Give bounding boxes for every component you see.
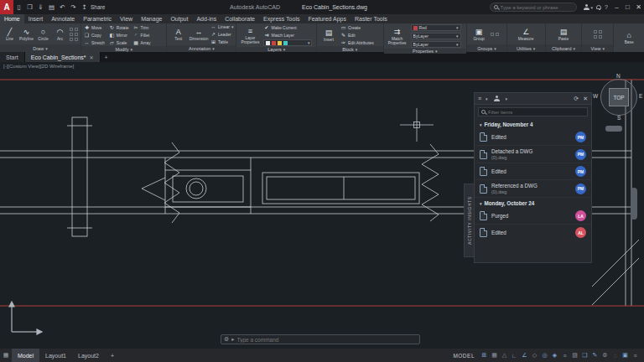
activity-entry[interactable]: Edited PM (475, 163, 591, 180)
activity-entry[interactable]: Edited PM (475, 129, 591, 146)
fillet-button[interactable]: ◜Fillet (133, 32, 151, 38)
activity-entry[interactable]: Referenced a DWG (0).dwg PM (475, 180, 591, 198)
autocad-logo-icon[interactable]: A (0, 0, 13, 14)
panel-label-annotation[interactable]: Annotation (167, 45, 236, 52)
mirror-button[interactable]: ◧Mirror (109, 32, 129, 38)
command-line[interactable]: ⚙ ▸ (221, 334, 420, 344)
ribbon-tab-annotate[interactable]: Annotate (47, 14, 79, 23)
share-icon[interactable]: ↥ (79, 3, 90, 11)
model-space-label[interactable]: MODEL (453, 353, 475, 359)
quick-view-layouts-icon[interactable]: ▦ (0, 352, 12, 359)
avatar[interactable]: AL (575, 227, 586, 238)
date-group-header[interactable]: Friday, November 4 (475, 119, 591, 129)
new-file-icon[interactable]: ▯ (13, 3, 24, 11)
polar-tracking-icon[interactable]: ∠ (520, 352, 529, 359)
polyline-button[interactable]: ∿ Polyline (19, 28, 34, 41)
infer-constraints-icon[interactable]: △ (500, 352, 509, 359)
ribbon-tab-featured-apps[interactable]: Featured Apps (304, 14, 351, 23)
text-button[interactable]: A Text (169, 28, 187, 41)
arc-button[interactable]: ◠ Arc (53, 28, 67, 41)
new-layout-button[interactable]: + (105, 349, 120, 362)
insert-button[interactable]: ▤ Insert (319, 28, 338, 42)
object-snap-icon[interactable]: ◈ (550, 352, 559, 359)
ribbon-tab-home[interactable]: Home (0, 14, 24, 23)
dimension-button[interactable]: ↔ Dimension (190, 28, 208, 41)
edit-attributes-button[interactable]: ✑Edit Attributes (340, 39, 374, 45)
navigation-bar[interactable] (605, 126, 622, 132)
avatar[interactable]: PM (575, 149, 586, 160)
line-button[interactable]: ╱ Line (3, 28, 17, 41)
rotate-button[interactable]: ↻Rotate (109, 24, 129, 30)
clean-screen-icon[interactable]: ▣ (621, 352, 630, 359)
match-properties-button[interactable]: ⇉ Match Properties (387, 28, 408, 45)
copy-button[interactable]: ❏Copy (84, 32, 105, 38)
save-icon[interactable]: ⇓ (35, 3, 46, 11)
isometric-drafting-icon[interactable]: ◇ (530, 352, 539, 359)
grid-icon[interactable]: ⊞ (480, 352, 489, 359)
redo-icon[interactable]: ↷ (68, 3, 79, 11)
layout2-tab[interactable]: Layout2 (72, 349, 105, 362)
activity-entry[interactable]: Detached a DWG (0).dwg PM (475, 146, 591, 163)
undo-icon[interactable]: ↶ (57, 3, 68, 11)
panel-label-utilities[interactable]: Utilities (507, 44, 545, 52)
search-input[interactable] (501, 5, 573, 10)
maximize-button[interactable]: □ (622, 3, 633, 11)
compass-east-label[interactable]: E (639, 93, 642, 99)
stretch-button[interactable]: ↔Stretch (84, 39, 105, 45)
ribbon-tab-output[interactable]: Output (166, 14, 192, 23)
new-drawing-tab-button[interactable]: + (101, 52, 112, 62)
ribbon-tab-addins[interactable]: Add-ins (192, 14, 221, 23)
ribbon-tab-express-tools[interactable]: Express Tools (259, 14, 304, 23)
share-label[interactable]: Share (91, 4, 105, 10)
notifications-bell-icon[interactable] (596, 5, 601, 9)
user-account-icon[interactable] (584, 4, 589, 10)
scrollbar-thumb[interactable] (631, 188, 637, 220)
chevron-down-icon[interactable] (591, 4, 594, 10)
create-block-button[interactable]: ▭Create (340, 24, 374, 30)
customize-icon[interactable]: ⚙ (224, 336, 229, 343)
match-layer-button[interactable]: ⇉Match Layer (263, 32, 312, 38)
drawing-canvas[interactable]: [-][Custom View][2D Wireframe] TOP N S W… (0, 62, 644, 349)
layer-dropdown[interactable] (263, 39, 312, 46)
plot-icon[interactable]: ▤ (46, 3, 57, 11)
linear-button[interactable]: ↔Linear (210, 24, 233, 29)
group-more-tools[interactable] (491, 33, 499, 36)
user-filter-icon[interactable] (494, 96, 500, 101)
move-button[interactable]: ✚Move (84, 24, 105, 30)
filter-items-input[interactable] (488, 110, 584, 115)
compass-south-label[interactable]: S (617, 115, 621, 121)
ribbon-tab-parametric[interactable]: Parametric (79, 14, 116, 23)
view-tools[interactable] (594, 30, 602, 39)
file-tab-start[interactable]: Start (0, 52, 25, 62)
compass-west-label[interactable]: W (593, 93, 598, 99)
avatar[interactable]: PM (575, 132, 586, 142)
close-button[interactable]: ✕ (633, 3, 644, 11)
paste-button[interactable]: ▤ Paste (554, 28, 573, 41)
group-button[interactable]: ▣ Group (470, 28, 488, 41)
close-panel-icon[interactable]: ✕ (583, 96, 588, 102)
annotation-visibility-icon[interactable]: ✎ (590, 352, 600, 359)
customization-menu-icon[interactable]: ≡ (631, 353, 640, 359)
filter-items-box[interactable] (478, 107, 588, 116)
workspace-switching-icon[interactable]: ⚙ (600, 352, 610, 359)
avatar[interactable]: LA (575, 210, 586, 221)
panel-label-properties[interactable]: Properties (384, 49, 466, 54)
draw-more-tools[interactable] (70, 28, 78, 41)
view-mode-icon[interactable]: ≡ (478, 96, 481, 101)
ribbon-tab-collaborate[interactable]: Collaborate (221, 14, 259, 23)
transparency-icon[interactable]: ▨ (570, 352, 579, 359)
edit-block-button[interactable]: ✎Edit (340, 32, 374, 38)
ribbon-tab-view[interactable]: View (116, 14, 137, 23)
panel-label-block[interactable]: Block (317, 46, 383, 52)
ortho-mode-icon[interactable]: ∟ (510, 353, 519, 359)
ribbon-tab-manage[interactable]: Manage (137, 14, 166, 23)
leader-button[interactable]: ↗Leader (210, 31, 233, 37)
base-button[interactable]: ⌂ Base (620, 31, 638, 44)
layout1-tab[interactable]: Layout1 (39, 349, 72, 362)
date-group-header[interactable]: Monday, October 24 (475, 198, 591, 208)
circle-button[interactable]: ○ Circle (36, 28, 50, 41)
ribbon-tab-insert[interactable]: Insert (24, 14, 48, 23)
chevron-down-icon[interactable] (486, 96, 488, 101)
close-tab-icon[interactable]: ✕ (90, 54, 94, 60)
open-file-icon[interactable]: ❒ (24, 3, 35, 11)
